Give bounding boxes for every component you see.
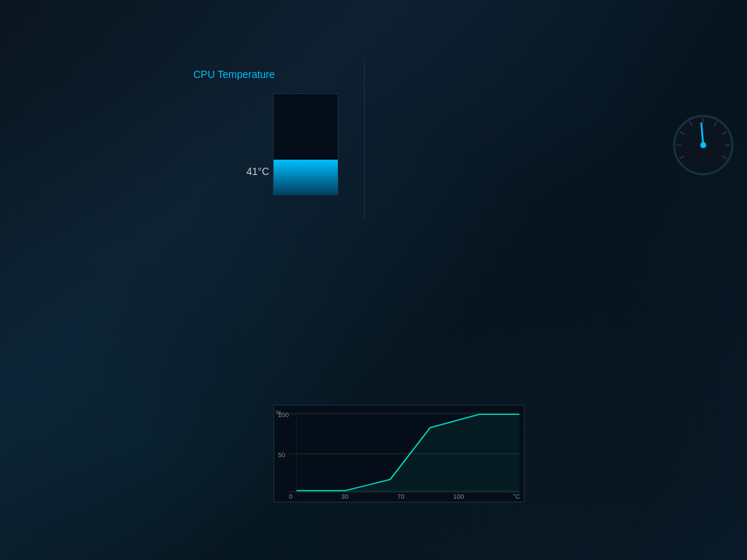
chart-x-100: 100 [453, 493, 464, 500]
main-wrapper: /ASUS UEFI BIOS Utility – EZ Mode 02/04/… [0, 0, 747, 560]
ez-gauge-container[interactable] [670, 112, 736, 178]
chart-x-unit: °C [513, 493, 520, 500]
fan-chart: % 100 50 [274, 405, 525, 502]
chart-x-70: 70 [397, 493, 404, 500]
chart-x-0: 0 [289, 493, 293, 500]
cpu-temp-title: CPU Temperature [193, 69, 353, 80]
chart-x-30: 30 [341, 493, 349, 500]
cpu-temp-section: CPU Temperature 41°C [182, 61, 365, 221]
ez-gauge-svg [670, 112, 736, 178]
svg-point-16 [700, 142, 706, 148]
fan-chart-svg [274, 405, 524, 502]
cpu-temp-value: 41°C [247, 166, 269, 177]
